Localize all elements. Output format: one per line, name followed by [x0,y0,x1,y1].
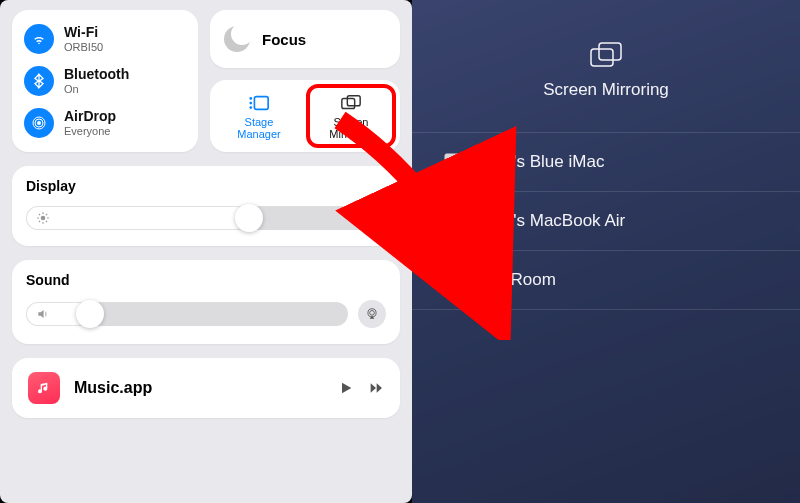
screen-mirroring-button[interactable]: Screen Mirroring [308,86,394,146]
airdrop-toggle[interactable]: AirDrop Everyone [20,102,190,144]
mirror-device-name: Kirk's Blue iMac [484,152,604,172]
bluetooth-sub: On [64,83,129,95]
sound-slider[interactable] [26,302,348,326]
airdrop-sub: Everyone [64,125,116,137]
mirror-device-name: TV Room [484,270,556,290]
airplay-icon [365,307,379,321]
bluetooth-icon [24,66,54,96]
svg-rect-22 [445,154,465,167]
wifi-icon [24,24,54,54]
sun-icon [36,211,50,225]
modules-row: Stage Manager Screen Mirroring [210,80,400,152]
imac-icon [442,151,468,173]
svg-line-16 [39,221,40,222]
svg-point-19 [370,311,375,316]
sound-thumb[interactable] [76,300,104,328]
svg-point-4 [249,102,252,105]
moon-icon [224,26,250,52]
stage-manager-icon [248,94,270,112]
svg-rect-25 [445,226,465,228]
svg-text:tv: tv [452,277,458,284]
svg-rect-20 [591,49,613,66]
screen-mirroring-panel: Screen Mirroring Kirk's Blue iMacKirk's … [412,0,800,503]
screen-mirroring-hero-icon [588,40,624,70]
svg-line-15 [46,221,47,222]
svg-line-17 [46,214,47,215]
bluetooth-title: Bluetooth [64,67,129,82]
svg-rect-7 [342,98,355,108]
stage-manager-label: Stage Manager [237,116,280,140]
sound-card: Sound [12,260,400,344]
svg-rect-21 [599,43,621,60]
wifi-sub: ORBI50 [64,41,103,53]
airdrop-title: AirDrop [64,109,116,124]
svg-rect-23 [452,168,458,170]
mirror-device-list: Kirk's Blue iMacKirk's MacBook AirtvTV R… [412,132,800,310]
svg-line-14 [39,214,40,215]
airplay-audio-button[interactable] [358,300,386,328]
svg-point-5 [249,106,252,109]
svg-rect-8 [347,96,360,106]
play-icon[interactable] [338,380,354,396]
mirror-device-item[interactable]: Kirk's Blue iMac [412,132,800,192]
focus-label: Focus [262,31,306,48]
svg-rect-24 [447,214,463,225]
display-card: Display [12,166,400,246]
svg-point-0 [37,121,41,125]
wifi-toggle[interactable]: Wi-Fi ORBI50 [20,18,190,60]
now-playing-card[interactable]: Music.app [12,358,400,418]
bluetooth-toggle[interactable]: Bluetooth On [20,60,190,102]
appletv-icon: tv [442,269,468,291]
mirror-device-item[interactable]: Kirk's MacBook Air [412,192,800,251]
stage-manager-button[interactable]: Stage Manager [216,86,302,146]
music-app-name: Music.app [74,379,338,397]
display-slider[interactable] [26,206,386,230]
sound-label: Sound [26,272,386,288]
svg-point-3 [249,97,252,100]
mirror-device-name: Kirk's MacBook Air [484,211,625,231]
focus-button[interactable]: Focus [210,10,400,68]
svg-rect-6 [254,97,268,110]
forward-icon[interactable] [368,380,384,396]
control-center: Wi-Fi ORBI50 Bluetooth On AirDrop [0,0,412,503]
screen-mirroring-icon [340,94,362,112]
wifi-title: Wi-Fi [64,25,103,40]
network-card: Wi-Fi ORBI50 Bluetooth On AirDrop [12,10,198,152]
screen-mirroring-label: Screen Mirroring [329,116,372,140]
music-app-icon [28,372,60,404]
macbook-icon [442,210,468,232]
display-thumb[interactable] [235,204,263,232]
mirror-device-item[interactable]: tvTV Room [412,251,800,310]
airdrop-icon [24,108,54,138]
svg-point-18 [368,309,376,317]
screen-mirroring-title: Screen Mirroring [543,80,669,100]
speaker-icon [36,307,50,321]
svg-point-9 [41,216,46,221]
display-label: Display [26,178,386,194]
